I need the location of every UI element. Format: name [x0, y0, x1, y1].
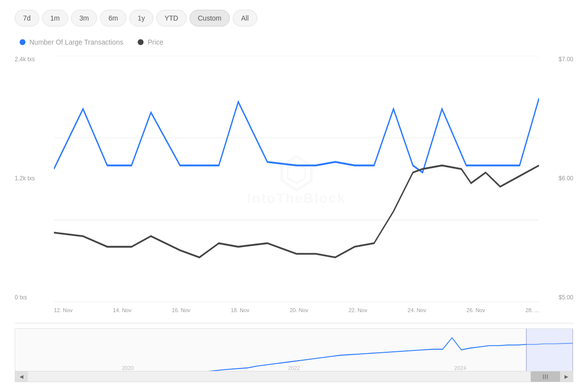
main-svg — [54, 56, 539, 303]
x-label-1: 14. Nov — [113, 307, 131, 313]
price-label: Price — [147, 38, 163, 46]
y-right-top: $7.00 — [559, 56, 573, 63]
x-label-5: 22. Nov — [348, 307, 367, 313]
transactions-label: Number Of Large Transactions — [29, 38, 123, 46]
y-axis-right: $7.00 $6.00 $5.00 — [539, 56, 573, 303]
legend-transactions: Number Of Large Transactions — [20, 38, 123, 46]
transactions-dot — [20, 39, 25, 45]
x-label-7: 26. Nov — [466, 307, 485, 313]
chart-svg-container: IntoTheBlock — [54, 56, 539, 303]
transactions-line — [54, 98, 539, 172]
scroll-line-1 — [543, 374, 544, 379]
time-filters: 7d 1m 3m 6m 1y YTD Custom All — [15, 10, 573, 26]
mini-x-axis: 2020 2022 2024 — [15, 365, 573, 371]
y-left-top: 2.4k txs — [15, 56, 54, 63]
mini-x-2020: 2020 — [122, 365, 133, 371]
y-right-bottom: $5.00 — [559, 294, 573, 301]
legend-price: Price — [138, 38, 163, 46]
filter-1y[interactable]: 1y — [129, 10, 153, 26]
x-label-0: 12. Nov — [54, 307, 73, 313]
scroll-line-3 — [547, 374, 548, 379]
chart-area: 2.4k txs 1.2k txs 0 txs $7.00 $6.00 $5.0… — [15, 56, 573, 382]
x-label-2: 16. Nov — [172, 307, 191, 313]
mini-x-2022: 2022 — [288, 365, 300, 371]
x-label-8: 28. ... — [525, 307, 539, 313]
scroll-left-btn[interactable]: ◀ — [15, 371, 28, 382]
x-label-3: 18. Nov — [231, 307, 249, 313]
scroll-right-btn[interactable]: ▶ — [560, 371, 573, 382]
main-container: 7d 1m 3m 6m 1y YTD Custom All Number Of … — [0, 0, 588, 392]
x-label-4: 20. Nov — [290, 307, 308, 313]
price-line — [54, 166, 539, 258]
y-right-mid: $6.00 — [559, 175, 573, 182]
y-axis-left: 2.4k txs 1.2k txs 0 txs — [15, 56, 54, 303]
y-left-bottom: 0 txs — [15, 294, 54, 301]
filter-7d[interactable]: 7d — [15, 10, 39, 26]
x-label-6: 24. Nov — [408, 307, 426, 313]
scroll-track[interactable] — [28, 371, 560, 382]
filter-custom[interactable]: Custom — [190, 10, 230, 26]
scroll-thumb-lines — [543, 374, 548, 379]
price-dot — [138, 39, 144, 45]
scroll-line-2 — [545, 374, 546, 379]
mini-x-2024: 2024 — [454, 365, 466, 371]
y-left-mid: 1.2k txs — [15, 175, 54, 182]
filter-ytd[interactable]: YTD — [156, 10, 187, 26]
filter-1m[interactable]: 1m — [42, 10, 68, 26]
filter-3m[interactable]: 3m — [71, 10, 97, 26]
filter-all[interactable]: All — [233, 10, 257, 26]
filter-6m[interactable]: 6m — [100, 10, 126, 26]
x-axis: 12. Nov 14. Nov 16. Nov 18. Nov 20. Nov … — [54, 303, 539, 323]
scroll-controls: ◀ ▶ — [15, 371, 573, 382]
mini-chart[interactable]: 2020 2022 2024 ◀ ▶ — [15, 328, 573, 382]
main-chart: 2.4k txs 1.2k txs 0 txs $7.00 $6.00 $5.0… — [15, 56, 573, 323]
chart-legend: Number Of Large Transactions Price — [15, 38, 573, 46]
scroll-thumb[interactable] — [531, 371, 560, 382]
